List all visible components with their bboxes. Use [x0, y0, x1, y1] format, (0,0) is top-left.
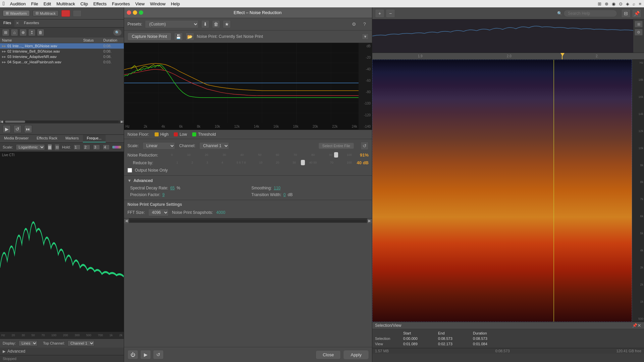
hscroll-left[interactable]: ◀ — [124, 219, 129, 223]
freq-lines-btn[interactable]: ⊟ — [55, 144, 59, 150]
tab-files[interactable]: Files — [0, 19, 14, 27]
settings-right-btn[interactable]: ⊟ — [621, 9, 631, 18]
zoom-in-btn[interactable]: + — [375, 9, 384, 18]
favorite-preset-btn[interactable]: ★ — [223, 20, 231, 28]
scale-select[interactable]: Logarithmic Linear — [16, 144, 45, 150]
menu-window[interactable]: Window — [150, 1, 165, 6]
hold-4[interactable]: 4 — [103, 144, 110, 150]
transition-value[interactable]: 0 — [283, 192, 286, 197]
advanced-header[interactable]: ▼ Advanced — [127, 178, 369, 183]
files-tab-close[interactable]: ✕ — [14, 19, 20, 27]
apply-btn[interactable]: Apply — [343, 350, 369, 359]
zoom-out-btn[interactable]: − — [386, 9, 395, 18]
menu-edit[interactable]: Edit — [44, 1, 51, 6]
scroll-left-btn[interactable]: ◀ — [0, 120, 4, 123]
scale-control-select[interactable]: Linear Logarithmic — [143, 142, 175, 149]
selection-close-btn[interactable]: ✕ — [637, 323, 641, 328]
channel-select[interactable]: Channel 1 — [199, 142, 229, 149]
menu-multitrack[interactable]: Multitrack — [56, 1, 75, 6]
files-scrollbar[interactable]: ◀ ▶ — [0, 120, 124, 123]
noise-print-save-btn[interactable]: 💾 — [174, 33, 183, 41]
reset-btn[interactable]: ↺ — [361, 142, 369, 150]
top-channel-select[interactable]: Channel 1 — [67, 340, 95, 346]
noise-print-load-btn[interactable]: 📂 — [185, 33, 194, 41]
fit-icon-btn[interactable]: ⊞ — [635, 21, 643, 27]
file-item[interactable]: ▶▶ 01 Inte..._ Horn_BGNoise.wav 0:08. — [0, 43, 124, 49]
menu-clip[interactable]: Clip — [80, 1, 88, 6]
loop-btn[interactable]: ↺ — [13, 125, 21, 133]
save-preset-btn[interactable]: ⬇ — [201, 20, 209, 28]
view-end[interactable]: 0:02.173 — [438, 342, 472, 346]
meter-btn[interactable] — [73, 10, 82, 17]
presets-select[interactable]: (Custom) — [145, 20, 199, 28]
import-btn[interactable]: ⌂ — [11, 29, 18, 36]
scrollbar-track[interactable] — [5, 121, 119, 123]
hscroll-right[interactable]: ▶ — [367, 219, 372, 223]
new-folder-btn[interactable]: ⊞ — [2, 29, 9, 36]
selection-end[interactable]: 0:08.573 — [438, 337, 472, 341]
scroll-right-btn[interactable]: ▶ — [120, 120, 124, 123]
selection-start[interactable]: 0:00.000 — [403, 337, 437, 341]
menu-favorites[interactable]: Favorites — [112, 1, 130, 6]
delete-btn[interactable]: 🗑 — [37, 29, 44, 36]
files-search-btn[interactable]: 🔍 — [113, 29, 122, 36]
advanced-toggle[interactable]: ▶ Advanced — [0, 348, 124, 355]
smoothing-value[interactable]: 110 — [274, 186, 280, 190]
tab-markers[interactable]: Markers — [61, 135, 83, 142]
output-noise-checkbox[interactable] — [127, 168, 132, 173]
display-select[interactable]: Lines Bars — [18, 340, 38, 346]
power-btn[interactable]: ⏻ — [127, 350, 138, 359]
multitrack-btn[interactable]: ⊟ Multitrack — [33, 10, 59, 16]
search-input[interactable] — [564, 10, 617, 17]
record-btn[interactable] — [61, 10, 70, 17]
spectral-decay-value[interactable]: 65 — [170, 186, 174, 190]
move-to-multitrack-btn[interactable]: ↥ — [28, 29, 36, 36]
noise-print-collapse-btn[interactable]: ▼ — [362, 34, 369, 40]
menu-file[interactable]: File — [31, 1, 38, 6]
delete-preset-btn[interactable]: 🗑 — [212, 20, 220, 28]
hold-3[interactable]: 3 — [93, 144, 100, 150]
file-item[interactable]: ▶▶ 02 Interview_Bell_BGNoise.wav 0:08. — [0, 49, 124, 54]
select-entire-btn[interactable]: Select Entire File — [319, 143, 354, 149]
loop-footer-btn[interactable]: ↺ — [153, 350, 164, 359]
hold-1[interactable]: 1 — [73, 144, 80, 150]
reduce-slider-thumb[interactable] — [301, 160, 305, 165]
apple-menu[interactable]:  — [3, 1, 5, 7]
play-btn[interactable]: ▶ — [3, 125, 11, 133]
skip-btn[interactable]: ⏭ — [24, 125, 32, 133]
help-btn[interactable]: ? — [361, 20, 369, 28]
view-start[interactable]: 0:01.089 — [403, 342, 437, 346]
menu-audition[interactable]: Audition — [10, 1, 26, 6]
waveform-btn[interactable]: ⊞ Waveform — [3, 10, 30, 16]
menu-help[interactable]: Help — [171, 1, 180, 6]
settings-btn[interactable]: ⚙ — [350, 20, 358, 28]
selection-pin-btn[interactable]: 📌 — [632, 323, 637, 328]
settings-waveform-btn[interactable]: ⚙ — [635, 29, 643, 36]
hold-2[interactable]: 2 — [83, 144, 90, 150]
maximize-window-btn[interactable] — [139, 10, 143, 15]
pin-right-btn[interactable]: 📌 — [632, 9, 641, 18]
search-icon[interactable]: ⌕ — [633, 1, 635, 6]
import2-btn[interactable]: ⊕ — [19, 29, 27, 36]
scrollbar-thumb[interactable] — [5, 121, 25, 123]
slider-thumb[interactable] — [334, 152, 338, 158]
fft-select[interactable]: 4096 2048 8192 — [148, 209, 169, 216]
waveform-main[interactable] — [372, 19, 633, 53]
close-window-btn[interactable] — [127, 10, 131, 15]
hscroll-track[interactable] — [129, 220, 367, 222]
tab-frequency[interactable]: Freque... — [83, 135, 106, 142]
file-item[interactable]: ▶▶ 04 Sque...or_HealPainbrush.wav 0:03. — [0, 59, 124, 65]
play-footer-btn[interactable]: ▶ — [140, 350, 151, 359]
tab-media-browser[interactable]: Media Browser — [0, 135, 33, 142]
menu-effects[interactable]: Effects — [93, 1, 107, 6]
precision-value[interactable]: 9 — [162, 192, 165, 197]
file-item[interactable]: ▶▶ 03 Interview_AdaptiveNR.wav 0:08. — [0, 54, 124, 59]
minimize-window-btn[interactable] — [133, 10, 137, 15]
snapshots-value[interactable]: 4000 — [216, 210, 225, 215]
freq-bars-btn[interactable]: ▦ — [48, 144, 52, 150]
tab-favorites[interactable]: Favorites — [20, 19, 42, 27]
menu-view[interactable]: View — [135, 1, 145, 6]
tab-effects-rack[interactable]: Effects Rack — [33, 135, 61, 142]
close-btn[interactable]: Close — [316, 350, 341, 359]
capture-noise-print-btn[interactable]: Capture Noise Print — [127, 33, 171, 41]
